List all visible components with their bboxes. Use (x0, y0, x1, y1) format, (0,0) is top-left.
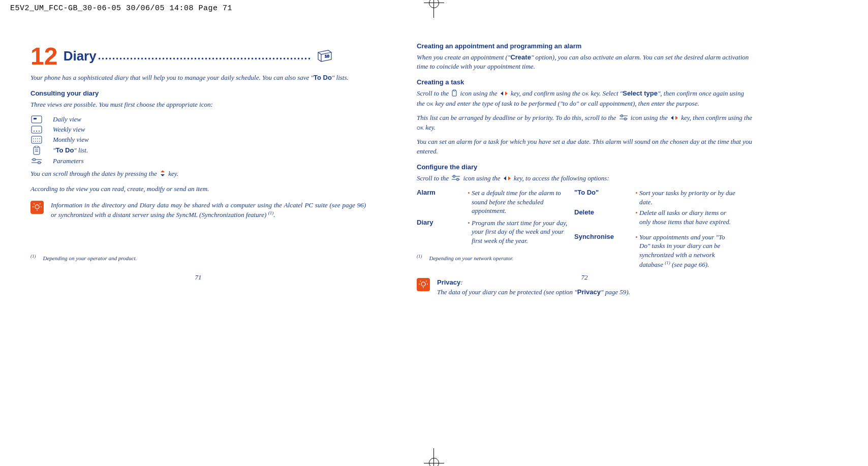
svg-rect-32 (452, 90, 456, 96)
leftright-key-icon (500, 89, 508, 99)
leftright-key-icon (503, 174, 511, 183)
svg-marker-40 (671, 116, 673, 120)
chapter-number: 12 (30, 42, 57, 70)
parameters-icon (30, 158, 43, 165)
label: Parameters (53, 157, 84, 165)
footnote: (1)Depending on your network operator. (417, 254, 513, 261)
svg-rect-7 (32, 136, 42, 143)
page-header-meta: E5V2_UM_FCC-GB_30-06-05 30/06/05 14:08 P… (0, 0, 868, 17)
text: key. (167, 170, 178, 177)
create-task-text: Scroll to the icon using the key, and co… (417, 89, 752, 108)
svg-marker-35 (505, 91, 508, 96)
updown-key-icon (160, 170, 166, 179)
svg-marker-47 (508, 176, 511, 180)
cfg-sync-label: Synchronise (574, 233, 630, 254)
svg-rect-45 (457, 178, 458, 180)
label: Daily view (53, 115, 81, 123)
view-todo: "To Do" list. (30, 145, 366, 156)
page-number: 71 (30, 273, 366, 282)
leftright-key-icon (670, 114, 678, 123)
todo-list-icon (30, 146, 43, 155)
label: Monthly view (53, 136, 88, 144)
view-list: Daily view Weekly view Monthly view "To … (30, 114, 366, 166)
view-weekly: Weekly view (30, 125, 366, 135)
page-right: Creating an appointment and programming … (417, 42, 752, 297)
svg-point-13 (35, 141, 36, 142)
page-left: 12 Diary ...............................… (30, 42, 366, 297)
svg-point-10 (37, 139, 38, 140)
svg-rect-2 (34, 118, 37, 119)
svg-point-8 (33, 139, 34, 140)
svg-line-30 (34, 204, 35, 205)
subheading-consulting: Consulting your diary (30, 89, 366, 97)
daily-view-icon (30, 115, 43, 123)
svg-rect-17 (35, 146, 38, 148)
svg-rect-22 (33, 159, 35, 161)
arrange-list-text: This list can be arranged by deadline or… (417, 113, 752, 132)
info-text: Information in the directory and Diary d… (51, 201, 366, 220)
svg-point-26 (35, 205, 39, 209)
cfg-delete-desc: Delete all tasks or diary items or only … (635, 208, 737, 231)
intro-text: Your phone has a sophisticated diary tha… (30, 73, 366, 82)
sliders-icon (451, 174, 460, 183)
page-number: 72 (417, 273, 752, 282)
view-monthly: Monthly view (30, 135, 366, 145)
svg-point-48 (421, 282, 425, 286)
cfg-delete-label: Delete (574, 208, 630, 216)
svg-point-4 (34, 131, 35, 132)
ok-key-icon: OK (426, 102, 433, 107)
ok-key-icon: OK (582, 91, 589, 97)
configure-intro: Scroll to the icon using the key, to acc… (417, 174, 752, 183)
weekly-view-icon (30, 126, 43, 134)
sliders-icon (619, 114, 628, 123)
svg-point-9 (35, 139, 36, 140)
three-views-text: Three views are possible. You must first… (30, 100, 366, 109)
task-alarm-text: You can set an alarm for a task for whic… (417, 137, 752, 156)
subheading-configure: Configure the diary (417, 163, 752, 171)
clipboard-icon (451, 89, 457, 99)
svg-marker-25 (161, 174, 165, 176)
svg-rect-39 (625, 118, 626, 120)
svg-marker-34 (501, 91, 503, 96)
svg-point-12 (33, 141, 34, 142)
cfg-todo-desc: Sort your tasks by priority or by due da… (635, 189, 737, 206)
svg-point-14 (37, 141, 38, 142)
svg-rect-44 (453, 175, 455, 177)
cfg-diary-desc: Program the start time for your day, you… (468, 219, 569, 254)
text: You can scroll through the dates by pres… (30, 170, 159, 177)
info-box: Information in the directory and Diary d… (30, 201, 366, 220)
chapter-heading: 12 Diary ...............................… (30, 42, 366, 70)
view-daily: Daily view (30, 114, 366, 125)
svg-point-11 (39, 139, 40, 140)
svg-marker-24 (161, 170, 165, 172)
subheading-creating-appt: Creating an appointment and programming … (417, 42, 752, 50)
svg-marker-46 (504, 176, 506, 180)
calendar-icon: 10 (316, 48, 333, 65)
svg-rect-38 (621, 115, 623, 117)
cfg-sync-desc: Your appointments and your "To Do" tasks… (635, 233, 737, 269)
text-bold: To Do (314, 74, 332, 81)
view-parameters: Parameters (30, 156, 366, 166)
create-appt-text: When you create an appointment ("Create"… (417, 53, 752, 71)
text: Your phone has a sophisticated diary tha… (30, 74, 314, 81)
cfg-diary-label: Diary (417, 219, 462, 231)
svg-line-31 (40, 204, 41, 205)
svg-rect-23 (38, 162, 40, 164)
cfg-alarm-label: Alarm (417, 189, 462, 206)
svg-point-5 (36, 131, 37, 132)
text: " lists. (332, 74, 349, 81)
leader-dots: ........................................… (98, 50, 312, 62)
svg-rect-33 (453, 89, 455, 91)
svg-point-15 (39, 141, 40, 142)
cfg-todo-label: "To Do" (574, 189, 630, 206)
subheading-creating-task: Creating a task (417, 78, 752, 86)
svg-marker-41 (675, 116, 678, 120)
cfg-alarm-desc: Set a default time for the alarm to soun… (468, 189, 569, 216)
svg-rect-3 (32, 126, 42, 133)
svg-text:10: 10 (325, 54, 329, 58)
chapter-title: Diary (64, 48, 97, 64)
monthly-view-icon (30, 136, 43, 144)
footnote: (1)Depending on your operator and produc… (30, 254, 137, 261)
lightbulb-icon (30, 201, 44, 214)
svg-point-6 (39, 131, 40, 132)
